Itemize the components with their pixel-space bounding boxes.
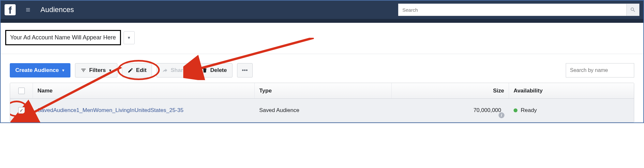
delete-label: Delete <box>210 67 227 74</box>
audiences-table: Name Type Size Availability ✓ SavedAudie… <box>10 83 634 122</box>
caret-down-icon: ▼ <box>127 35 131 40</box>
filters-button[interactable]: Filters ▼ <box>75 63 117 77</box>
filters-icon <box>81 67 86 73</box>
create-audience-button[interactable]: Create Audience ▼ <box>10 63 70 77</box>
hamburger-menu-icon[interactable]: ≡ <box>22 5 35 14</box>
audience-name-search-input[interactable] <box>566 63 634 77</box>
create-audience-label: Create Audience <box>15 67 59 74</box>
col-name[interactable]: Name <box>33 83 255 98</box>
account-dropdown-button[interactable]: ▼ <box>124 31 135 44</box>
filters-label: Filters <box>89 67 106 74</box>
share-button[interactable]: Share <box>157 63 191 77</box>
more-actions-button[interactable]: ••• <box>237 63 253 77</box>
col-size[interactable]: Size <box>392 83 509 98</box>
share-label: Share <box>171 67 186 74</box>
col-type[interactable]: Type <box>255 83 392 98</box>
top-nav: f ≡ Audiences <box>1 1 643 19</box>
row-checkbox[interactable]: ✓ <box>18 107 25 114</box>
caret-down-icon: ▼ <box>62 68 65 72</box>
caret-down-icon: ▼ <box>108 68 112 72</box>
delete-button[interactable]: Delete <box>196 63 232 77</box>
table-row[interactable]: ✓ SavedAudience1_MenWomen_LivingInUnited… <box>10 99 634 122</box>
account-selector-row: Your Ad Account Name Will Appear Here ▼ <box>1 23 643 54</box>
global-search-button[interactable] <box>626 4 639 16</box>
global-search-input[interactable] <box>398 4 626 16</box>
share-icon <box>162 67 168 73</box>
status-dot-icon <box>514 108 517 112</box>
audience-size: 70,000,000 <box>473 107 501 113</box>
search-icon <box>630 7 636 13</box>
availability-status: Ready <box>521 107 537 114</box>
page-title: Audiences <box>40 6 74 14</box>
audience-name-link[interactable]: SavedAudience1_MenWomen_LivingInUnitedSt… <box>37 107 184 113</box>
audience-toolbar: Create Audience ▼ Filters ▼ Edit Share D… <box>10 59 634 83</box>
trash-icon <box>202 67 208 73</box>
facebook-logo-icon[interactable]: f <box>5 4 16 15</box>
pencil-icon <box>127 67 133 73</box>
info-icon[interactable]: i <box>499 112 504 118</box>
col-availability[interactable]: Availability <box>509 83 634 98</box>
select-all-checkbox[interactable] <box>18 88 25 94</box>
audience-type: Saved Audience <box>255 103 392 118</box>
ellipsis-icon: ••• <box>242 67 248 74</box>
edit-button[interactable]: Edit <box>122 63 152 77</box>
edit-label: Edit <box>136 67 146 74</box>
ad-account-name[interactable]: Your Ad Account Name Will Appear Here <box>5 30 121 45</box>
table-header: Name Type Size Availability <box>10 83 634 99</box>
